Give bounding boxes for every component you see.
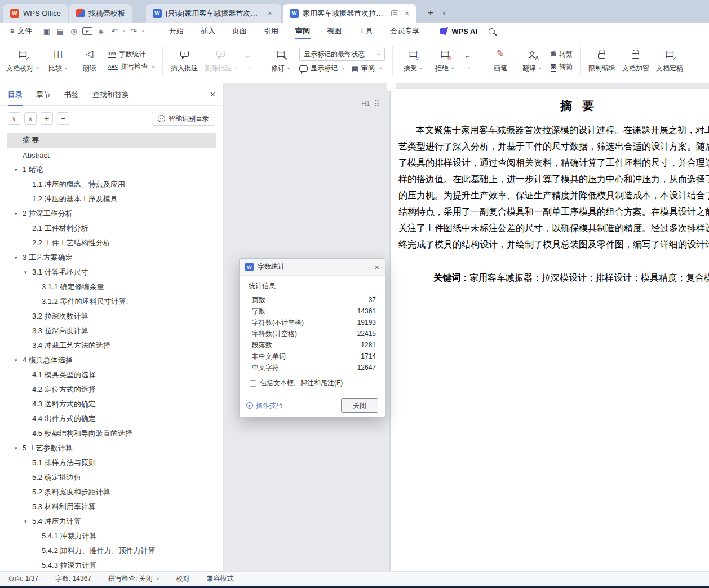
outline-item[interactable]: ▾5.4 冲压力计算	[7, 514, 216, 529]
search-icon[interactable]	[489, 28, 495, 34]
checkbox-icon[interactable]	[250, 380, 256, 387]
finalize-document-button[interactable]: ▤✓ 文档定稿	[653, 42, 686, 79]
outline-item[interactable]: Abstract	[7, 148, 216, 162]
tab-wps-home[interactable]: W WPS Office	[3, 4, 68, 23]
to-traditional-button[interactable]: 简 转繁	[551, 50, 573, 59]
document-page[interactable]: 摘 要 本文聚焦于家用客车减振器首次拉深模的设计过程。在课题开展之初，对工艺类型…	[391, 89, 709, 571]
restrict-editing-button[interactable]: 限制编辑	[586, 42, 618, 79]
outline-item[interactable]: ▾4 模具总体选择	[7, 353, 216, 368]
outline-item[interactable]: 5.3 材料利用率计算	[7, 499, 216, 514]
spellcheck-indicator[interactable]: 拼写检查: 关闭∨	[108, 574, 159, 583]
tab-home[interactable]: 开始	[161, 23, 192, 39]
print-icon[interactable]: ▤	[54, 25, 67, 37]
tab-reference[interactable]: 引用	[255, 23, 287, 39]
outline-item[interactable]: 4.2 定位方式的选择	[7, 382, 216, 397]
wps-ai-button[interactable]: WPS AI	[440, 27, 477, 36]
export-pdf-icon[interactable]: P	[82, 27, 92, 35]
outline-item[interactable]: 1.1 冲压的概念、特点及应用	[7, 177, 216, 192]
tab-doc-readonly[interactable]: W [只读]家用客车减振器首次拉深模设计 ×	[146, 4, 281, 23]
new-tab-plus-icon[interactable]: +	[423, 6, 438, 20]
read-aloud-button[interactable]: ◁ 朗读	[74, 42, 105, 79]
chevron-down-icon[interactable]: ∨	[122, 29, 127, 33]
show-markup-button[interactable]: 显示标记 ∨	[299, 64, 345, 73]
close-icon[interactable]: ×	[405, 9, 409, 17]
collapse-arrow-icon[interactable]: ▾	[15, 211, 23, 216]
markup-state-select[interactable]: 显示标记的最终状态 ∨	[299, 48, 385, 61]
save-icon[interactable]: ▣	[40, 25, 54, 37]
outline-item[interactable]: ▾2 拉深工作分析	[7, 206, 216, 221]
collapse-arrow-icon[interactable]: ▾	[24, 519, 32, 524]
accept-change-button[interactable]: ▤✓ 接受∨	[398, 42, 428, 79]
outline-item[interactable]: 4.5 模架结构和导向装置的选择	[7, 426, 216, 441]
outline-item[interactable]: ▾5 工艺参数计算	[7, 441, 216, 456]
outline-item[interactable]: 摘 要	[7, 133, 216, 148]
collapse-all-button[interactable]: −	[57, 112, 69, 125]
outline-item[interactable]: ▾3.1 计算毛坯尺寸	[7, 265, 216, 280]
sidebar-tab-toc[interactable]: 目录	[8, 83, 23, 106]
tips-link[interactable]: ▶ 操作技巧	[246, 401, 283, 410]
outline-item[interactable]: 1.2 冲压的基本工序及模具	[7, 192, 216, 206]
collapse-arrow-icon[interactable]: ▾	[15, 255, 23, 260]
next-change-icon[interactable]: →	[463, 63, 473, 70]
outline-item[interactable]: 3.3 拉深高度计算	[7, 324, 216, 338]
collapse-arrow-icon[interactable]: ▾	[15, 167, 23, 173]
close-icon[interactable]: ×	[268, 9, 272, 17]
page-indicator[interactable]: 页面: 1/37	[8, 574, 38, 583]
sidebar-tab-bookmarks[interactable]: 书签	[64, 83, 79, 106]
tab-list-chevron-icon[interactable]: ∨	[439, 6, 449, 20]
outline-item[interactable]: 5.1 排样方法与原则	[7, 456, 216, 470]
outline-item[interactable]: ▾3 工艺方案确定	[7, 250, 216, 265]
delete-comment-button[interactable]: × 删除批注∨	[202, 42, 240, 79]
proofread-button[interactable]: 校对	[176, 574, 190, 583]
collapse-arrow-icon[interactable]: ▾	[15, 357, 23, 363]
tab-view[interactable]: 视图	[318, 23, 350, 39]
close-dialog-button[interactable]: 关闭	[341, 398, 378, 413]
compare-button[interactable]: ◫ 比较∨	[43, 42, 73, 79]
outline-item[interactable]: 3.2 拉深次数计算	[7, 309, 216, 324]
expand-all-button[interactable]: +	[41, 112, 53, 125]
next-comment-icon[interactable]: →	[243, 63, 253, 70]
word-count-indicator[interactable]: 字数: 14367	[55, 574, 91, 583]
outline-item[interactable]: 2.1 工件材料分析	[7, 221, 216, 236]
outline-item[interactable]: 5.2 确定搭边值	[7, 470, 216, 485]
encrypt-document-button[interactable]: 文档加密	[619, 42, 652, 79]
dialog-titlebar[interactable]: W 字数统计 ×	[240, 259, 385, 276]
share-icon[interactable]: ◈	[94, 25, 108, 37]
tab-template-store[interactable]: 找稿壳模板	[69, 4, 132, 23]
collapse-up-button[interactable]: ∧	[24, 112, 37, 125]
outline-item[interactable]: 5.4.2 卸料力、推件力、顶件力计算	[7, 543, 216, 558]
brush-button[interactable]: ✎ 画笔	[485, 42, 516, 79]
word-count-button[interactable]: 123 字数统计	[108, 50, 155, 59]
collapse-arrow-icon[interactable]: ▾	[15, 445, 23, 451]
close-icon[interactable]: ×	[374, 262, 379, 272]
close-icon[interactable]: ×	[210, 90, 215, 100]
redo-icon[interactable]: ↷	[127, 25, 140, 37]
outline-item[interactable]: 5.2 条料宽度和步距计算	[7, 485, 216, 499]
tab-review[interactable]: 审阅	[287, 23, 318, 39]
outline-item[interactable]: 4.1 模具类型的选择	[7, 368, 216, 382]
outline-item[interactable]: 5.4.1 冲裁力计算	[7, 529, 216, 543]
drag-handle-icon[interactable]: ⠿	[374, 99, 379, 108]
file-menu-button[interactable]: ≡ 文件	[6, 26, 37, 36]
tab-tools[interactable]: 工具	[350, 23, 382, 39]
print-preview-icon[interactable]: ◎	[67, 25, 81, 37]
track-changes-button[interactable]: ▤✎ 修订∨	[265, 42, 296, 79]
sidebar-tab-find-replace[interactable]: 查找和替换	[92, 83, 129, 106]
heading-level-marker[interactable]: H1	[361, 100, 370, 108]
reject-change-button[interactable]: ▤⊘ 拒绝∨	[429, 42, 460, 79]
outline-item[interactable]: 3.4 冲裁工艺方法的选择	[7, 338, 216, 353]
spell-check-button[interactable]: ABC 拼写检查 ∨	[108, 62, 155, 72]
collapse-arrow-icon[interactable]: ▾	[24, 269, 32, 275]
chevron-down-icon[interactable]: ∨	[141, 29, 146, 33]
outline-item[interactable]: ▾1 绪论	[7, 162, 216, 177]
translate-button[interactable]: 文A 翻译∨	[517, 42, 547, 79]
doc-proof-button[interactable]: ▤✓ 文档校对∨	[3, 42, 42, 79]
tab-membership[interactable]: 会员专享	[382, 23, 428, 39]
review-pane-button[interactable]: ▤ 审阅 ∨	[352, 64, 382, 73]
outline-item[interactable]: 4.3 送料方式的确定	[7, 397, 216, 412]
smart-toc-button[interactable]: 智能识别目录	[152, 112, 215, 126]
to-simplified-button[interactable]: 繁 转简	[551, 62, 573, 72]
tab-insert[interactable]: 插入	[192, 23, 224, 39]
compat-mode-indicator[interactable]: 兼容模式	[207, 574, 234, 583]
insert-comment-button[interactable]: + 插入批注	[168, 42, 201, 79]
